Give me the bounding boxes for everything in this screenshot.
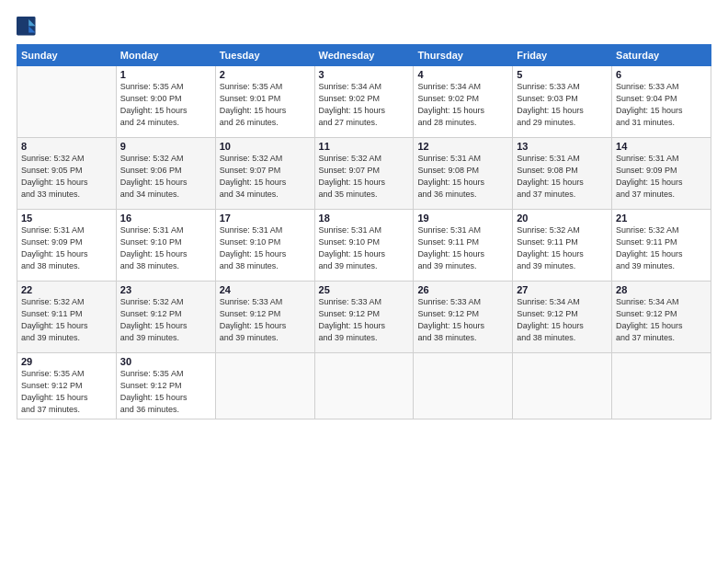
calendar-table: SundayMondayTuesdayWednesdayThursdayFrid… [17,44,711,419]
calendar-cell [612,353,711,419]
calendar-cell: 8Sunrise: 5:32 AMSunset: 9:05 PMDaylight… [17,138,117,210]
day-number: 14 [616,141,707,152]
cell-text: Sunrise: 5:31 AMSunset: 9:10 PMDaylight:… [220,225,287,270]
day-number: 19 [417,213,508,224]
column-header-monday: Monday [116,45,215,66]
column-header-sunday: Sunday [17,45,117,66]
calendar-cell: 4Sunrise: 5:34 AMSunset: 9:02 PMDaylight… [414,66,513,138]
calendar-cell: 21Sunrise: 5:32 AMSunset: 9:11 PMDayligh… [612,210,711,282]
cell-text: Sunrise: 5:31 AMSunset: 9:08 PMDaylight:… [517,154,584,199]
calendar-cell: 19Sunrise: 5:31 AMSunset: 9:11 PMDayligh… [414,210,513,282]
day-number: 16 [120,213,211,224]
cell-text: Sunrise: 5:34 AMSunset: 9:02 PMDaylight:… [319,82,386,127]
day-number: 1 [120,69,211,80]
cell-text: Sunrise: 5:31 AMSunset: 9:11 PMDaylight:… [417,225,484,270]
calendar-week-row: 15Sunrise: 5:31 AMSunset: 9:09 PMDayligh… [17,210,711,282]
cell-text: Sunrise: 5:34 AMSunset: 9:02 PMDaylight:… [417,82,484,127]
day-number: 13 [517,141,608,152]
calendar-cell: 30Sunrise: 5:35 AMSunset: 9:12 PMDayligh… [116,353,215,419]
calendar-week-row: 22Sunrise: 5:32 AMSunset: 9:11 PMDayligh… [17,282,711,353]
calendar-cell: 17Sunrise: 5:31 AMSunset: 9:10 PMDayligh… [215,210,314,282]
calendar-cell: 10Sunrise: 5:32 AMSunset: 9:07 PMDayligh… [215,138,314,210]
calendar-cell: 20Sunrise: 5:32 AMSunset: 9:11 PMDayligh… [513,210,612,282]
day-number: 8 [21,141,112,152]
cell-text: Sunrise: 5:35 AMSunset: 9:12 PMDaylight:… [120,369,188,414]
calendar-cell: 6Sunrise: 5:33 AMSunset: 9:04 PMDaylight… [612,66,711,138]
calendar-cell: 9Sunrise: 5:32 AMSunset: 9:06 PMDaylight… [116,138,215,210]
cell-text: Sunrise: 5:33 AMSunset: 9:12 PMDaylight:… [319,297,386,342]
cell-text: Sunrise: 5:33 AMSunset: 9:04 PMDaylight:… [616,82,683,127]
calendar-header-row: SundayMondayTuesdayWednesdayThursdayFrid… [17,45,711,66]
calendar-cell: 29Sunrise: 5:35 AMSunset: 9:12 PMDayligh… [17,353,117,419]
day-number: 30 [120,356,211,367]
day-number: 11 [319,141,410,152]
calendar-cell: 15Sunrise: 5:31 AMSunset: 9:09 PMDayligh… [17,210,117,282]
calendar-cell: 23Sunrise: 5:32 AMSunset: 9:12 PMDayligh… [116,282,215,353]
cell-text: Sunrise: 5:32 AMSunset: 9:06 PMDaylight:… [120,154,188,199]
day-number: 10 [220,141,311,152]
calendar-week-row: 1Sunrise: 5:35 AMSunset: 9:00 PMDaylight… [17,66,711,138]
day-number: 26 [417,284,508,295]
column-header-friday: Friday [513,45,612,66]
calendar-cell: 5Sunrise: 5:33 AMSunset: 9:03 PMDaylight… [513,66,612,138]
header [17,17,711,37]
calendar-cell: 16Sunrise: 5:31 AMSunset: 9:10 PMDayligh… [116,210,215,282]
cell-text: Sunrise: 5:33 AMSunset: 9:12 PMDaylight:… [417,297,484,342]
calendar-body: 1Sunrise: 5:35 AMSunset: 9:00 PMDaylight… [17,66,711,419]
day-number: 12 [417,141,508,152]
column-header-saturday: Saturday [612,45,711,66]
cell-text: Sunrise: 5:35 AMSunset: 9:12 PMDaylight:… [21,369,88,414]
calendar-cell: 27Sunrise: 5:34 AMSunset: 9:12 PMDayligh… [513,282,612,353]
cell-text: Sunrise: 5:32 AMSunset: 9:07 PMDaylight:… [220,154,287,199]
calendar-cell [513,353,612,419]
day-number: 29 [21,356,112,367]
cell-text: Sunrise: 5:33 AMSunset: 9:12 PMDaylight:… [220,297,287,342]
day-number: 22 [21,284,112,295]
cell-text: Sunrise: 5:34 AMSunset: 9:12 PMDaylight:… [616,297,683,342]
day-number: 9 [120,141,211,152]
calendar-week-row: 29Sunrise: 5:35 AMSunset: 9:12 PMDayligh… [17,353,711,419]
cell-text: Sunrise: 5:31 AMSunset: 9:09 PMDaylight:… [616,154,683,199]
column-header-thursday: Thursday [414,45,513,66]
day-number: 4 [417,69,508,80]
calendar-cell: 13Sunrise: 5:31 AMSunset: 9:08 PMDayligh… [513,138,612,210]
cell-text: Sunrise: 5:32 AMSunset: 9:07 PMDaylight:… [319,154,386,199]
cell-text: Sunrise: 5:32 AMSunset: 9:11 PMDaylight:… [517,225,584,270]
day-number: 2 [220,69,311,80]
calendar-cell: 24Sunrise: 5:33 AMSunset: 9:12 PMDayligh… [215,282,314,353]
calendar-cell [215,353,314,419]
cell-text: Sunrise: 5:31 AMSunset: 9:09 PMDaylight:… [21,225,88,270]
cell-text: Sunrise: 5:31 AMSunset: 9:10 PMDaylight:… [319,225,386,270]
logo [17,17,40,37]
calendar-cell: 3Sunrise: 5:34 AMSunset: 9:02 PMDaylight… [314,66,414,138]
day-number: 21 [616,213,707,224]
calendar-cell [17,66,117,138]
calendar-cell: 11Sunrise: 5:32 AMSunset: 9:07 PMDayligh… [314,138,414,210]
calendar-cell: 2Sunrise: 5:35 AMSunset: 9:01 PMDaylight… [215,66,314,138]
cell-text: Sunrise: 5:33 AMSunset: 9:03 PMDaylight:… [517,82,584,127]
calendar-cell [414,353,513,419]
calendar-cell [314,353,414,419]
cell-text: Sunrise: 5:35 AMSunset: 9:01 PMDaylight:… [220,82,287,127]
calendar-cell: 14Sunrise: 5:31 AMSunset: 9:09 PMDayligh… [612,138,711,210]
cell-text: Sunrise: 5:35 AMSunset: 9:00 PMDaylight:… [120,82,188,127]
cell-text: Sunrise: 5:32 AMSunset: 9:12 PMDaylight:… [120,297,188,342]
day-number: 20 [517,213,608,224]
calendar-cell: 18Sunrise: 5:31 AMSunset: 9:10 PMDayligh… [314,210,414,282]
day-number: 28 [616,284,707,295]
calendar-cell: 1Sunrise: 5:35 AMSunset: 9:00 PMDaylight… [116,66,215,138]
cell-text: Sunrise: 5:32 AMSunset: 9:05 PMDaylight:… [21,154,88,199]
day-number: 23 [120,284,211,295]
day-number: 27 [517,284,608,295]
day-number: 5 [517,69,608,80]
calendar-cell: 25Sunrise: 5:33 AMSunset: 9:12 PMDayligh… [314,282,414,353]
calendar-week-row: 8Sunrise: 5:32 AMSunset: 9:05 PMDaylight… [17,138,711,210]
calendar-cell: 12Sunrise: 5:31 AMSunset: 9:08 PMDayligh… [414,138,513,210]
day-number: 17 [220,213,311,224]
day-number: 15 [21,213,112,224]
day-number: 24 [220,284,311,295]
day-number: 18 [319,213,410,224]
day-number: 25 [319,284,410,295]
day-number: 6 [616,69,707,80]
cell-text: Sunrise: 5:32 AMSunset: 9:11 PMDaylight:… [21,297,88,342]
